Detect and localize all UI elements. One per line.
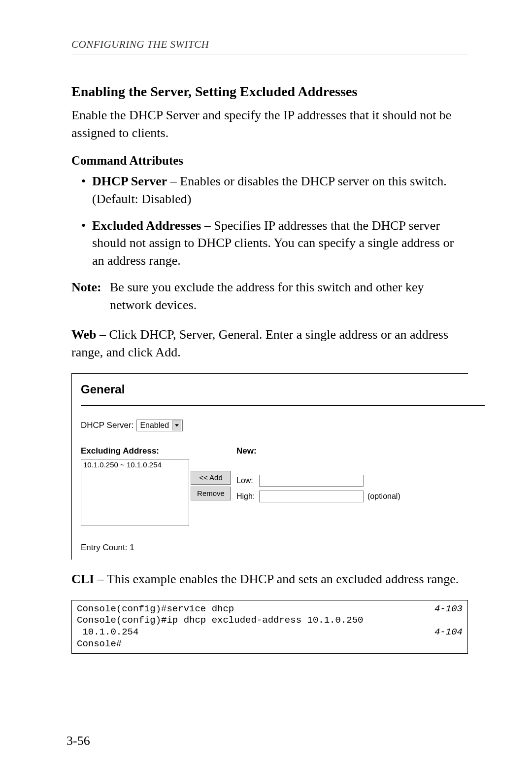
optional-text: (optional) <box>367 492 400 501</box>
note-label: Note: <box>71 279 110 314</box>
section-title: Enabling the Server, Setting Excluded Ad… <box>71 84 468 100</box>
cli-cmd: Console(config)#service dhcp <box>77 603 234 615</box>
list-item: Excluded Addresses – Specifies IP addres… <box>71 217 468 270</box>
running-head: CONFIGURING THE SWITCH <box>71 38 468 51</box>
cli-ref: 4-103 <box>434 603 463 615</box>
dhcp-general-panel: General DHCP Server: Enabled Excluding A… <box>71 373 468 560</box>
chevron-down-icon[interactable] <box>172 421 181 430</box>
cli-instruction: CLI – This example enables the DHCP and … <box>71 570 468 588</box>
note: Note: Be sure you exclude the address fo… <box>71 279 468 314</box>
web-instruction: Web – Click DHCP, Server, General. Enter… <box>71 326 468 361</box>
svg-marker-0 <box>175 424 179 426</box>
bullet-bold: Excluded Addresses <box>92 218 201 233</box>
low-label: Low: <box>236 476 259 485</box>
web-bold: Web <box>71 327 97 342</box>
web-text: – Click DHCP, Server, General. Enter a s… <box>71 327 448 359</box>
header-rule <box>71 55 468 55</box>
new-label: New: <box>236 446 400 456</box>
cli-bold: CLI <box>71 572 94 586</box>
entry-count: Entry Count: 1 <box>81 543 459 553</box>
bullet-bold: DHCP Server <box>92 174 167 188</box>
list-item[interactable]: 10.1.0.250 ~ 10.1.0.254 <box>83 460 187 469</box>
page-number: 3-56 <box>66 734 90 748</box>
dhcp-server-select[interactable]: Enabled <box>136 420 183 431</box>
cli-line: 10.1.0.254 4-104 <box>77 627 463 638</box>
cli-line: Console# <box>77 638 463 650</box>
cli-line: Console(config)#ip dhcp excluded-address… <box>77 615 463 627</box>
cli-cmd: 10.1.0.254 <box>77 627 138 638</box>
panel-divider <box>81 405 485 406</box>
high-label: High: <box>236 492 259 501</box>
cli-line: Console(config)#service dhcp 4-103 <box>77 603 463 615</box>
add-button[interactable]: << Add <box>191 471 231 485</box>
high-address-input[interactable] <box>259 491 364 502</box>
remove-button[interactable]: Remove <box>191 487 231 500</box>
excluded-address-listbox[interactable]: 10.1.0.250 ~ 10.1.0.254 <box>81 459 189 526</box>
intro-text: Enable the DHCP Server and specify the I… <box>71 106 468 142</box>
cli-text: – This example enables the DHCP and sets… <box>94 572 459 586</box>
cli-cmd: Console(config)#ip dhcp excluded-address… <box>77 615 364 627</box>
low-address-input[interactable] <box>259 475 364 487</box>
cli-cmd: Console# <box>77 638 122 650</box>
panel-title: General <box>81 383 459 396</box>
cli-ref: 4-104 <box>434 627 463 638</box>
cli-code-block: Console(config)#service dhcp 4-103 Conso… <box>71 600 468 654</box>
command-attributes-list: DHCP Server – Enables or disables the DH… <box>71 173 468 270</box>
dhcp-server-row: DHCP Server: Enabled <box>81 420 459 431</box>
note-body: Be sure you exclude the address for this… <box>110 279 468 314</box>
command-attributes-title: Command Attributes <box>71 154 468 168</box>
dhcp-server-value: Enabled <box>140 421 171 430</box>
list-item: DHCP Server – Enables or disables the DH… <box>71 173 468 208</box>
excluding-address-label: Excluding Address: <box>81 446 189 456</box>
dhcp-server-label: DHCP Server: <box>81 421 133 430</box>
